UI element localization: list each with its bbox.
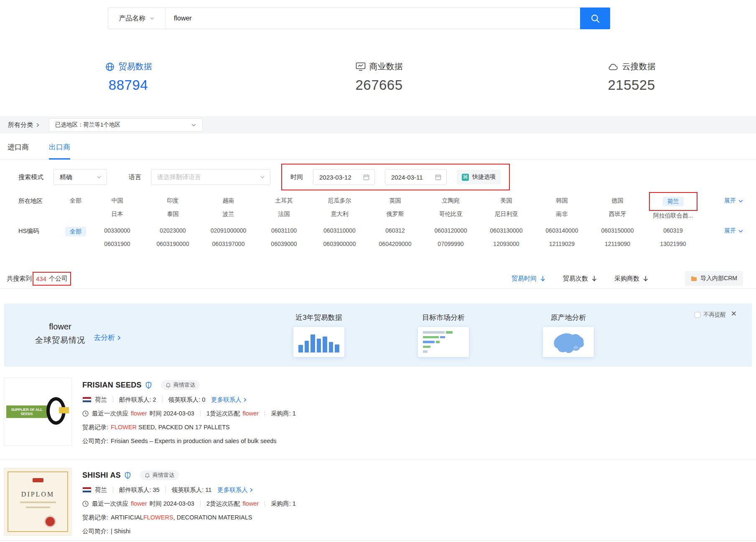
search-icon [591, 14, 600, 23]
region-expand-link[interactable]: 展开 [724, 197, 743, 205]
shield-icon[interactable] [125, 472, 131, 479]
company-logo[interactable]: SUPPLIER OF ALL SEEDS [4, 377, 72, 446]
sort-trade-time[interactable]: 贸易时间 [512, 275, 545, 283]
region-option[interactable]: 越南 [223, 197, 234, 205]
region-option[interactable]: 阿拉伯联合酋... [653, 212, 693, 220]
region-option[interactable]: 中国 [112, 197, 123, 205]
sort-trade-count[interactable]: 贸易次数 [563, 275, 597, 283]
business-radar-button[interactable]: 商情雷达 [140, 470, 179, 480]
dont-remind-checkbox[interactable] [695, 312, 700, 318]
hs-expand-link[interactable]: 展开 [724, 227, 743, 235]
company-name[interactable]: FRISIAN SEEDS [82, 381, 142, 389]
region-option[interactable]: 厄瓜多尔 [328, 197, 351, 205]
go-analyze-link[interactable]: 去分析 [94, 333, 121, 342]
hs-option[interactable]: 02023000 [160, 227, 186, 235]
hs-option[interactable]: 00330000 [104, 227, 130, 235]
hs-option[interactable]: 13021990 [660, 240, 686, 248]
hs-option[interactable]: 0603900000 [323, 240, 356, 248]
chevron-right-icon [36, 123, 40, 127]
divider [0, 288, 756, 289]
company-name[interactable]: SHISHI AS [82, 471, 121, 479]
hs-option[interactable]: 0603130000 [490, 227, 523, 235]
hs-option[interactable]: 0603190000 [157, 240, 189, 248]
region-option[interactable]: 美国 [501, 197, 512, 205]
region-option[interactable]: 德国 [612, 197, 624, 205]
hs-option[interactable]: 06031900 [104, 240, 130, 248]
hs-option[interactable]: 0603120000 [435, 227, 467, 235]
region-option[interactable]: 立陶宛 [442, 197, 460, 205]
shipment-match: 1货运次匹配 [206, 409, 240, 418]
banner-card-target-market[interactable]: 目标市场分析 [412, 313, 475, 357]
hs-option[interactable]: 0604209000 [379, 240, 412, 248]
company-profile: | Shishi [111, 527, 130, 535]
tab-trade-data[interactable]: 贸易数据 88794 [97, 61, 160, 93]
hs-option[interactable]: 12119090 [605, 240, 630, 248]
company-logo[interactable]: DIPLOM [4, 468, 72, 536]
selected-region-dropdown[interactable]: 已选地区：荷兰等1个地区 [49, 118, 203, 132]
import-crm-button[interactable]: 导入内部CRM [685, 271, 743, 286]
tab-importer[interactable]: 进口商 [8, 134, 29, 160]
tab-exporter[interactable]: 出口商 [49, 134, 70, 160]
hs-option[interactable]: 0603150000 [601, 227, 634, 235]
hs-option[interactable]: 0603140000 [546, 227, 578, 235]
more-contacts-link[interactable]: 更多联系人 [211, 395, 247, 404]
keyword-highlight: flower [131, 409, 147, 418]
keyword-highlight: flower [131, 499, 147, 508]
search-mode-label: 搜索模式 [18, 173, 43, 181]
search-category-select[interactable]: 产品名称 [108, 8, 165, 29]
tab-cloud-search-data[interactable]: 云搜数据 215525 [600, 61, 663, 93]
shield-icon[interactable] [145, 382, 152, 389]
sort-buyer-count[interactable]: 采购商数 [614, 275, 648, 283]
hs-option[interactable]: 0603110000 [323, 227, 356, 235]
hs-option[interactable]: 06039000 [271, 240, 297, 248]
region-option[interactable]: 南非 [556, 210, 568, 218]
region-option[interactable]: 意大利 [331, 210, 349, 218]
dismiss-control: 不再提醒 [695, 311, 726, 319]
region-option[interactable]: 波兰 [223, 210, 234, 218]
tab-business-data[interactable]: 商业数据 267665 [348, 61, 410, 93]
banner-card-origin-analysis[interactable]: 原产地分析 [537, 313, 600, 357]
region-option-netherlands-selected[interactable]: 荷兰 [663, 197, 684, 206]
hs-option[interactable]: 12119029 [549, 240, 575, 248]
region-option[interactable]: 日本 [112, 210, 123, 218]
quick-options-button[interactable]: ⌘ 快捷选项 [457, 170, 501, 185]
hs-option[interactable]: 07099990 [438, 240, 463, 248]
language-select[interactable]: 请选择翻译语言 [151, 169, 270, 185]
region-option[interactable]: 俄罗斯 [387, 210, 404, 218]
region-option[interactable]: 土耳其 [275, 197, 293, 205]
close-icon[interactable]: ✕ [731, 309, 737, 318]
region-option[interactable]: 哥伦比亚 [439, 210, 463, 218]
region-option[interactable]: 法国 [278, 210, 290, 218]
chevron-right-icon [249, 488, 253, 492]
region-option[interactable]: 尼日利亚 [495, 210, 518, 218]
hs-option[interactable]: 060319 [663, 227, 683, 235]
annotation-box-count: 434 个公司 [36, 275, 68, 283]
region-option[interactable]: 英国 [389, 197, 401, 205]
search-button[interactable] [580, 8, 610, 29]
company-card: DIPLOM SHISHI AS 商情雷达 荷兰 [0, 468, 756, 542]
more-contacts-link[interactable]: 更多联系人 [217, 486, 253, 494]
netherlands-flag-icon [82, 487, 92, 493]
hs-option[interactable]: 060312 [385, 227, 405, 235]
region-option[interactable]: 印度 [167, 197, 179, 205]
hs-option-all-selected[interactable]: 全部 [65, 227, 86, 236]
date-to-input[interactable]: 2024-03-11 [385, 169, 447, 185]
hs-option[interactable]: 0603197000 [212, 240, 245, 248]
region-option[interactable]: 韩国 [556, 197, 568, 205]
hs-option[interactable]: 12093000 [493, 240, 519, 248]
hs-option[interactable]: 02091000000 [211, 227, 247, 235]
region-option[interactable]: 泰国 [167, 210, 179, 218]
region-option-all[interactable]: 全部 [70, 197, 81, 205]
region-option[interactable]: 西班牙 [609, 210, 626, 218]
banner-card-trade-trend[interactable]: 近3年贸易数据 [288, 313, 350, 357]
trade-data-search-page: 产品名称 贸易数据 88794 商业数据 267665 云搜数据 215525 … [0, 0, 756, 542]
product-search-bar: 产品名称 [108, 8, 610, 29]
search-input[interactable] [165, 8, 580, 29]
business-radar-button[interactable]: 商情雷达 [161, 380, 200, 390]
company-card: SUPPLIER OF ALL SEEDS FRISIAN SEEDS 商情雷达… [0, 377, 756, 459]
hs-option[interactable]: 06031100 [271, 227, 297, 235]
search-mode-select[interactable]: 精确 [53, 169, 107, 185]
trade-analysis-banner: flower 全球贸易情况 去分析 近3年贸易数据 目标市场分析 [4, 304, 752, 367]
date-from-input[interactable]: 2023-03-12 [313, 169, 375, 185]
breadcrumb-all-categories[interactable]: 所有分类 [8, 121, 40, 129]
